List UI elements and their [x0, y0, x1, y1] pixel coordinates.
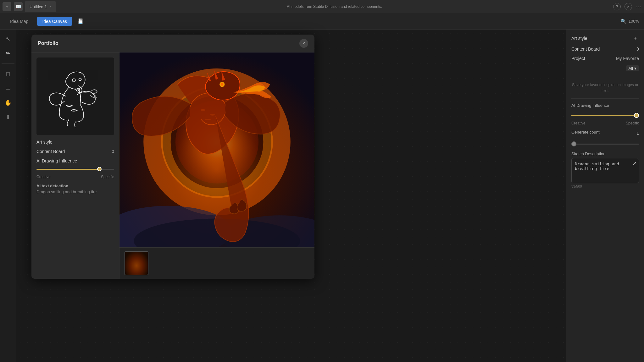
generate-count-track [571, 144, 639, 145]
portfolio-body: Art style Content Board 0 AI Drawing Inf… [31, 52, 314, 279]
placeholder-text: Save your favorite inspiration images or… [571, 82, 639, 94]
generate-count-value: 1 [636, 131, 639, 136]
portfolio-influence-thumb[interactable] [97, 167, 102, 171]
svg-point-0 [72, 79, 75, 82]
portfolio-ai-influence-section: AI Drawing Influence Creative Specific [36, 158, 114, 179]
slider-thumb[interactable] [634, 113, 639, 118]
zoom-control[interactable]: 🔍 100% [621, 19, 639, 24]
tab-idea-canvas[interactable]: Idea Canvas [37, 17, 72, 26]
title-bar-right: ? ✓ ⋯ [613, 3, 641, 10]
slider-track [571, 115, 639, 116]
dragon-background [119, 52, 314, 247]
char-count-row: 33/500 [571, 184, 639, 188]
portfolio-art-style-label: Art style [36, 140, 53, 145]
generate-count-row: Generate count 1 [571, 130, 639, 136]
art-style-label: Art style [571, 36, 587, 41]
shape-tool[interactable]: ▭ [3, 83, 14, 94]
art-style-add-button[interactable]: + [631, 35, 639, 42]
portfolio-right-panel [119, 52, 314, 279]
generate-count-slider[interactable] [571, 141, 639, 147]
portfolio-art-style-row: Art style [36, 140, 114, 145]
tab-title: Untitled 1 [30, 4, 47, 9]
portfolio-content-board-row: Content Board 0 [36, 149, 114, 154]
slider-fill [571, 115, 639, 116]
check-icon[interactable]: ✓ [625, 3, 632, 10]
eraser-tool[interactable]: ◻ [3, 68, 14, 80]
portfolio-close-button[interactable]: × [299, 39, 308, 48]
portfolio-content-board-value: 0 [112, 149, 114, 154]
content-board-label: Content Board [571, 47, 600, 52]
more-options-icon[interactable]: ⋯ [636, 3, 641, 10]
portfolio-title: Portfolio [38, 41, 58, 46]
help-icon[interactable]: ? [613, 3, 621, 10]
portfolio-influence-fill [36, 169, 99, 170]
svg-point-1 [79, 78, 81, 80]
right-panel: Art style + Content Board 0 Project My F… [566, 30, 644, 362]
all-dropdown[interactable]: All ▾ [626, 65, 639, 71]
dragon-svg [119, 52, 314, 247]
content-board-row: Content Board 0 [571, 47, 639, 52]
ai-text-detection-label: AI text detection [36, 184, 114, 188]
tab-untitled[interactable]: Untitled 1 × [25, 1, 56, 12]
portfolio-sketch-preview [36, 58, 114, 135]
dragon-sketch-svg [44, 65, 107, 128]
ai-drawing-influence-section: AI Drawing Influence Creative Specific [571, 103, 639, 125]
ai-text-detection-text: Dragon smiling and breathing fire [36, 189, 114, 194]
portfolio-ai-text-detection: AI text detection Dragon smiling and bre… [36, 184, 114, 194]
portfolio-influence-track [36, 169, 114, 170]
import-tool[interactable]: ⬆ [3, 112, 14, 123]
ai-drawing-influence-label: AI Drawing Influence [571, 103, 639, 108]
content-board-value: 0 [636, 47, 639, 52]
generate-count-thumb[interactable] [571, 141, 576, 146]
portfolio-dialog: Portfolio × [31, 35, 314, 279]
nav-bar: Idea Map Idea Canvas 💾 🔍 100% [0, 13, 644, 30]
portfolio-main-image[interactable] [119, 52, 314, 247]
dropdown-chevron-icon: ▾ [634, 66, 636, 71]
portfolio-left-panel: Art style Content Board 0 AI Drawing Inf… [31, 52, 119, 279]
title-bar-center-text: AI models from Stable Diffusion and rela… [58, 4, 611, 9]
svg-point-10 [221, 83, 223, 86]
portfolio-header: Portfolio × [31, 35, 314, 52]
project-label: Project [571, 56, 585, 61]
ai-drawing-influence-slider[interactable] [571, 112, 639, 118]
portfolio-thumbnails [119, 247, 314, 279]
pen-tool[interactable]: ✏ [3, 48, 14, 59]
generate-count-label: Generate count [571, 130, 600, 134]
sketch-description-label: Sketch Description [571, 151, 639, 156]
sketch-description-textarea[interactable]: Dragon smiling and breathing fire [571, 158, 639, 183]
home-icon[interactable]: ⌂ [3, 2, 11, 11]
portfolio-content-board-label: Content Board [36, 149, 65, 154]
zoom-icon: 🔍 [621, 19, 627, 24]
thumb-dragon-bg [125, 252, 148, 275]
cursor-tool[interactable]: ↖ [3, 33, 14, 45]
art-style-row: Art style + [571, 35, 639, 42]
sketch-description-section: Sketch Description Dragon smiling and br… [571, 151, 639, 188]
left-sidebar: ↖ ✏ ◻ ▭ ✋ ⬆ [0, 30, 16, 362]
book-icon[interactable]: 📖 [14, 2, 23, 11]
portfolio-ai-influence-label: AI Drawing Influence [36, 158, 114, 163]
sidebar-divider [2, 63, 14, 64]
slider-labels: Creative Specific [571, 121, 639, 125]
close-tab-icon[interactable]: × [49, 5, 51, 8]
char-count: 33/500 [571, 184, 582, 188]
title-bar: ⌂ 📖 Untitled 1 × AI models from Stable D… [0, 0, 644, 13]
project-value: My Favorite [616, 56, 639, 61]
tab-idea-map[interactable]: Idea Map [5, 17, 33, 26]
hand-tool[interactable]: ✋ [3, 97, 14, 108]
save-icon[interactable]: 💾 [76, 17, 85, 26]
thumbnail-1[interactable] [125, 251, 148, 275]
portfolio-slider-labels: Creative Specific [36, 175, 114, 179]
expand-icon[interactable]: ⤢ [632, 161, 636, 166]
title-bar-left: ⌂ 📖 Untitled 1 × [3, 1, 56, 12]
right-panel-divider [571, 98, 639, 99]
project-row: Project My Favorite [571, 56, 639, 61]
